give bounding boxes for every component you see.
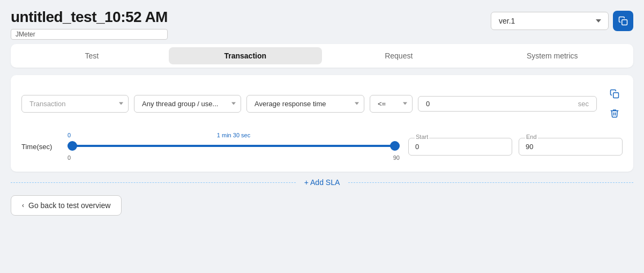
start-input-group: Start [408,138,512,156]
operator-select[interactable]: <= [370,95,413,113]
add-sla-line-left [11,182,296,183]
svg-rect-1 [613,93,619,98]
slider-container: 0 1 min 30 sec 0 90 [68,132,400,161]
time-label: Time(sec) [21,143,59,151]
slider-end[interactable] [68,145,400,147]
tab-test[interactable]: Test [15,47,169,64]
back-button-label: Go back to test overview [28,201,110,210]
threshold-input[interactable] [426,100,576,108]
dual-range-wrapper [68,139,400,152]
jmeter-tag: JMeter [11,29,168,40]
tab-system-metrics[interactable]: System metrics [476,47,630,64]
clone-sla-button[interactable] [606,86,623,102]
copy-icon [618,16,628,26]
end-label: End [525,134,538,140]
version-select[interactable]: ver.1 [491,12,609,30]
slider-top-labels: 0 1 min 30 sec [68,132,400,138]
time-slider-section: Time(sec) 0 1 min 30 sec 0 90 [21,132,623,161]
slider-bottom-labels: 0 90 [68,154,400,161]
start-input[interactable] [408,138,512,156]
copy-button[interactable] [613,11,633,31]
tab-transaction[interactable]: Transaction [169,47,323,64]
thread-group-select-wrapper: Any thread group / use... [134,95,241,113]
add-sla-line-right [348,182,633,183]
slider-inputs: Start End [408,138,623,156]
back-chevron-icon: ‹ [22,202,24,209]
end-input[interactable] [519,138,623,156]
add-sla-button[interactable]: + Add SLA [296,178,349,187]
end-input-group: End [519,138,623,156]
slider-min-top-label: 0 [68,132,71,138]
sla-filter-row: Transaction Any thread group / use... Av… [21,86,623,121]
tabs-bar: Test Transaction Request System metrics [11,44,633,68]
transaction-select-wrapper: Transaction [21,95,129,113]
slider-max-label: 90 [393,154,400,161]
trash-icon [610,108,619,118]
back-button[interactable]: ‹ Go back to test overview [11,195,122,216]
sla-card: Transaction Any thread group / use... Av… [11,75,633,172]
transaction-select[interactable]: Transaction [21,95,129,113]
metric-select-wrapper: Average response time [246,95,364,113]
svg-rect-0 [622,20,627,25]
footer: ‹ Go back to test overview [11,195,633,216]
slider-mid-label: 1 min 30 sec [217,132,250,138]
operator-select-wrapper: <= [370,95,413,113]
add-sla-section: + Add SLA [11,178,633,187]
slider-min-label: 0 [68,154,71,161]
metric-select[interactable]: Average response time [246,95,364,113]
page-title: untitled_test_10:52 AM [11,9,168,26]
delete-sla-button[interactable] [606,105,623,121]
start-label: Start [415,134,429,140]
tab-request[interactable]: Request [322,47,476,64]
thread-group-select[interactable]: Any thread group / use... [134,95,241,113]
version-select-wrapper: ver.1 [491,12,609,30]
unit-label: sec [578,100,589,108]
clone-icon [610,89,619,99]
threshold-input-wrapper: sec [418,96,597,112]
sla-actions [606,86,623,121]
